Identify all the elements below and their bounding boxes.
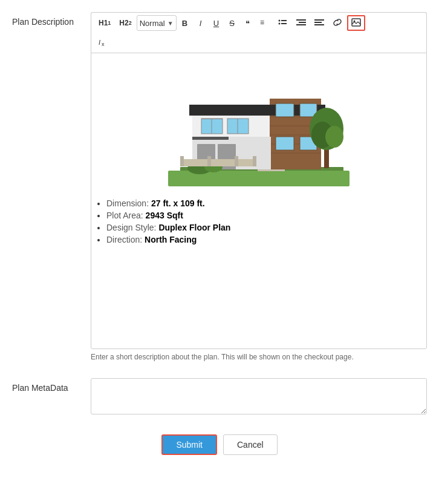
unordered-list-button[interactable] bbox=[275, 15, 291, 31]
ul-icon bbox=[278, 18, 288, 28]
clear-format-button[interactable]: I x bbox=[95, 34, 112, 50]
house-illustration bbox=[168, 65, 350, 186]
submit-button[interactable]: Submit bbox=[161, 434, 217, 455]
font-style-select[interactable]: Normal ▼ bbox=[137, 15, 177, 31]
svg-text:I: I bbox=[99, 39, 100, 46]
svg-rect-48 bbox=[180, 156, 184, 166]
svg-rect-49 bbox=[207, 156, 211, 166]
svg-rect-47 bbox=[180, 159, 256, 166]
svg-rect-6 bbox=[299, 22, 306, 23]
italic-label: I bbox=[200, 19, 202, 28]
strikethrough-button[interactable]: S bbox=[225, 15, 239, 31]
svg-rect-5 bbox=[296, 19, 306, 21]
svg-rect-40 bbox=[192, 137, 229, 140]
svg-rect-7 bbox=[296, 24, 306, 25]
svg-rect-10 bbox=[314, 24, 324, 25]
link-icon bbox=[333, 18, 342, 28]
plan-metadata-label: Plan MetaData bbox=[12, 378, 91, 393]
svg-rect-51 bbox=[253, 156, 256, 166]
svg-text:≡: ≡ bbox=[260, 18, 264, 27]
h2-button[interactable]: H22 bbox=[115, 15, 135, 31]
image-button[interactable] bbox=[347, 15, 365, 31]
indent-right-button[interactable] bbox=[311, 15, 328, 31]
editor-helper-text: Enter a short description about the plan… bbox=[91, 353, 427, 361]
strikethrough-label: S bbox=[229, 19, 235, 28]
cancel-button[interactable]: Cancel bbox=[223, 434, 278, 455]
font-style-value: Normal bbox=[140, 19, 165, 28]
svg-text:x: x bbox=[102, 41, 105, 47]
plan-metadata-row: Plan MetaData bbox=[0, 372, 439, 422]
list-item: Plot Area: 2943 Sqft bbox=[106, 211, 417, 220]
svg-point-1 bbox=[278, 19, 280, 21]
svg-rect-4 bbox=[281, 23, 287, 24]
indent-left-button[interactable] bbox=[293, 15, 310, 31]
svg-rect-11 bbox=[352, 19, 360, 26]
ordered-list-button[interactable]: ≡ bbox=[256, 15, 273, 31]
editor-content-area[interactable]: Dimension: 27 ft. x 109 ft. Plot Area: 2… bbox=[91, 53, 427, 349]
svg-rect-8 bbox=[314, 19, 324, 21]
image-icon bbox=[351, 18, 361, 28]
quote-button[interactable]: ❝ bbox=[241, 15, 255, 31]
svg-rect-2 bbox=[281, 20, 287, 21]
svg-rect-38 bbox=[276, 137, 294, 150]
indent-left-icon bbox=[296, 18, 306, 28]
clear-format-icon: I x bbox=[99, 37, 108, 48]
italic-button[interactable]: I bbox=[193, 15, 208, 31]
list-item: Design Style: Duplex Floor Plan bbox=[106, 223, 417, 232]
link-button[interactable] bbox=[329, 15, 346, 31]
svg-point-44 bbox=[325, 126, 343, 148]
h1-label: H1 bbox=[99, 19, 108, 27]
h1-button[interactable]: H11 bbox=[95, 15, 114, 31]
metadata-textarea[interactable] bbox=[91, 378, 427, 414]
editor-description-list: Dimension: 27 ft. x 109 ft. Plot Area: 2… bbox=[100, 198, 417, 244]
svg-rect-9 bbox=[314, 22, 322, 23]
svg-rect-33 bbox=[276, 103, 294, 117]
svg-point-3 bbox=[278, 22, 280, 24]
editor-image-wrapper bbox=[100, 65, 417, 186]
editor-toolbar-row2: I x bbox=[91, 33, 427, 53]
editor-toolbar-row1: H11 H22 Normal ▼ B I U S ❝ bbox=[91, 12, 427, 33]
form-buttons: Submit Cancel bbox=[0, 434, 439, 467]
chevron-down-icon: ▼ bbox=[167, 20, 174, 27]
list-item: Dimension: 27 ft. x 109 ft. bbox=[106, 198, 417, 208]
svg-rect-50 bbox=[235, 156, 238, 166]
indent-right-icon bbox=[314, 18, 324, 28]
plan-description-label: Plan Description bbox=[12, 12, 91, 27]
underline-label: U bbox=[213, 19, 219, 28]
underline-button[interactable]: U bbox=[209, 15, 224, 31]
list-item: Direction: North Facing bbox=[106, 235, 417, 244]
plan-metadata-field bbox=[91, 378, 427, 416]
plan-description-row: Plan Description H11 H22 Normal ▼ B I U bbox=[0, 6, 439, 367]
bold-label: B bbox=[182, 19, 187, 28]
plan-description-field: H11 H22 Normal ▼ B I U S ❝ bbox=[91, 12, 427, 361]
h2-label: H2 bbox=[119, 19, 128, 27]
quote-icon: ❝ bbox=[246, 19, 250, 28]
ol-icon: ≡ bbox=[260, 18, 270, 28]
bold-button[interactable]: B bbox=[178, 15, 192, 31]
